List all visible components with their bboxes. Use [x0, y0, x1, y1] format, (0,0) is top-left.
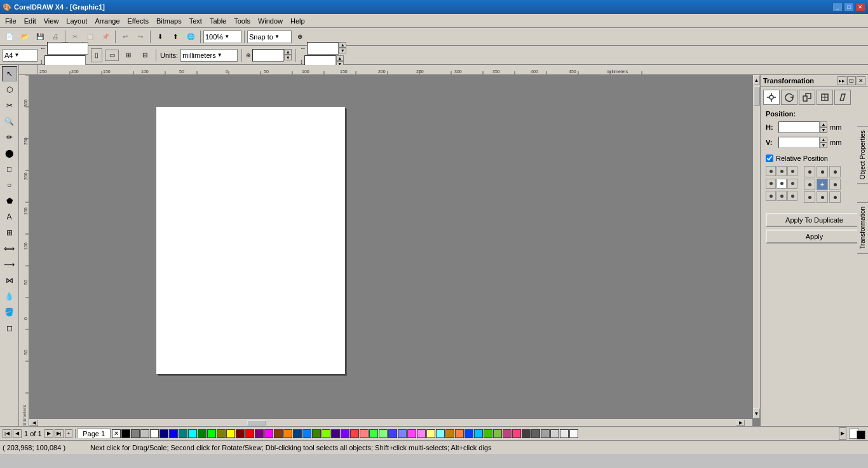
menu-tools[interactable]: Tools	[230, 16, 254, 26]
menu-window[interactable]: Window	[254, 16, 287, 26]
hscroll-thumb[interactable]	[247, 420, 266, 425]
color-swatch-1[interactable]	[131, 429, 140, 438]
rp-br[interactable]	[787, 191, 797, 201]
color-swatch-19[interactable]	[302, 429, 311, 438]
color-swatch-33[interactable]	[436, 429, 445, 438]
lg-br[interactable]	[829, 191, 841, 203]
relative-position-label[interactable]: Relative Position	[776, 155, 828, 162]
color-swatch-16[interactable]	[274, 429, 283, 438]
rp-tr[interactable]	[787, 166, 797, 176]
color-swatch-32[interactable]	[426, 429, 435, 438]
color-swatch-45[interactable]	[550, 429, 559, 438]
freehand-tool[interactable]: ✏	[2, 130, 17, 145]
color-swatch-35[interactable]	[455, 429, 464, 438]
dup-y-up[interactable]: ▲	[336, 55, 344, 61]
menu-bitmaps[interactable]: Bitmaps	[153, 16, 186, 26]
h-spinner[interactable]: ▲ ▼	[820, 121, 827, 133]
menu-layout[interactable]: Layout	[62, 16, 91, 26]
panel-close-button[interactable]: ✕	[857, 76, 865, 85]
lg-bc[interactable]	[817, 191, 828, 203]
menu-text[interactable]: Text	[186, 16, 206, 26]
color-swatch-4[interactable]	[159, 429, 168, 438]
color-swatch-42[interactable]	[522, 429, 531, 438]
color-swatch-34[interactable]	[445, 429, 454, 438]
color-swatch-18[interactable]	[293, 429, 302, 438]
transform-tab-scale[interactable]	[799, 90, 815, 105]
rp-tc[interactable]	[776, 166, 787, 176]
dropper-tool[interactable]: 💧	[2, 289, 17, 304]
lg-ml[interactable]	[804, 179, 815, 190]
portrait-button[interactable]: ▯	[91, 48, 102, 62]
color-swatch-24[interactable]	[350, 429, 359, 438]
undo-button[interactable]: ↩	[118, 30, 132, 44]
transform-tab-rotate[interactable]	[781, 90, 797, 105]
object-properties-tab[interactable]: Object Properties	[857, 126, 868, 184]
color-swatch-27[interactable]	[379, 429, 388, 438]
color-swatch-39[interactable]	[493, 429, 502, 438]
color-swatch-36[interactable]	[465, 429, 473, 438]
color-swatch-7[interactable]	[188, 429, 197, 438]
table-tool[interactable]: ⊞	[2, 225, 17, 240]
color-swatch-5[interactable]	[169, 429, 178, 438]
copy-button[interactable]: 📋	[83, 30, 97, 44]
canvas-area[interactable]: ▲ ▼ ◀ ▶	[29, 75, 760, 426]
color-swatch-8[interactable]	[198, 429, 207, 438]
apply-to-duplicate-button[interactable]: Apply To Duplicate	[766, 213, 863, 227]
color-swatch-2[interactable]	[140, 429, 149, 438]
bleed-button[interactable]: ⊟	[138, 48, 152, 62]
units-dropdown[interactable]: millimeters ▼	[180, 49, 238, 62]
outline-tool[interactable]: ◻	[2, 320, 17, 336]
color-swatch-17[interactable]	[283, 429, 292, 438]
color-swatch-29[interactable]	[398, 429, 407, 438]
dup-x-down[interactable]: ▼	[339, 48, 346, 53]
color-swatch-13[interactable]	[245, 429, 254, 438]
connector-tool[interactable]: ⟿	[2, 257, 17, 272]
nudge-down[interactable]: ▼	[284, 55, 292, 60]
color-swatch-9[interactable]	[207, 429, 216, 438]
color-swatch-38[interactable]	[484, 429, 492, 438]
apply-button[interactable]: Apply	[766, 230, 863, 244]
page-border-button[interactable]: ⊞	[121, 48, 135, 62]
outline-swatch[interactable]	[857, 430, 865, 439]
rp-mc[interactable]	[776, 179, 787, 189]
dimension-tool[interactable]: ⟺	[2, 241, 17, 256]
blend-tool[interactable]: ⋈	[2, 273, 17, 288]
export-button[interactable]: ⬆	[168, 30, 182, 44]
horizontal-scrollbar[interactable]: ◀ ▶	[29, 418, 752, 426]
color-swatch-0[interactable]	[121, 429, 130, 438]
open-button[interactable]: 📂	[18, 30, 32, 44]
rp-mr[interactable]	[787, 179, 797, 189]
color-swatch-37[interactable]	[474, 429, 483, 438]
v-up-arrow[interactable]: ▲	[820, 137, 827, 142]
color-swatch-22[interactable]	[331, 429, 340, 438]
color-swatch-30[interactable]	[407, 429, 416, 438]
next-page-button[interactable]: ▶	[44, 429, 53, 438]
snap-dropdown[interactable]: Snap to ▼	[247, 31, 292, 43]
v-input[interactable]: 0,0	[778, 137, 820, 148]
nudge-up[interactable]: ▲	[284, 49, 292, 55]
h-down-arrow[interactable]: ▼	[820, 127, 827, 133]
publish-button[interactable]: 🌐	[184, 30, 198, 44]
relative-position-checkbox[interactable]	[766, 155, 773, 162]
vertical-scrollbar[interactable]: ▲ ▼	[752, 75, 760, 418]
color-swatch-10[interactable]	[217, 429, 226, 438]
transform-tab-position[interactable]	[763, 90, 780, 105]
hscroll-left-button[interactable]: ◀	[29, 420, 38, 426]
polygon-tool[interactable]: ⬟	[2, 193, 17, 209]
color-swatch-43[interactable]	[531, 429, 540, 438]
color-swatch-21[interactable]	[322, 429, 330, 438]
menu-edit[interactable]: Edit	[20, 16, 40, 26]
color-swatch-26[interactable]	[369, 429, 378, 438]
vscroll-up-button[interactable]: ▲	[753, 75, 760, 85]
nudge-input[interactable]: 0,1 mm	[252, 49, 284, 62]
zoom-dropdown[interactable]: 100% ▼	[203, 31, 241, 43]
menu-arrange[interactable]: Arrange	[91, 16, 123, 26]
color-swatch-3[interactable]	[150, 429, 159, 438]
lg-bl[interactable]	[804, 191, 815, 203]
close-button[interactable]: ✕	[855, 3, 865, 11]
text-tool[interactable]: A	[2, 209, 17, 224]
color-swatch-44[interactable]	[541, 429, 550, 438]
v-down-arrow[interactable]: ▼	[820, 142, 827, 148]
menu-effects[interactable]: Effects	[124, 16, 153, 26]
crop-tool[interactable]: ✂	[2, 98, 17, 113]
